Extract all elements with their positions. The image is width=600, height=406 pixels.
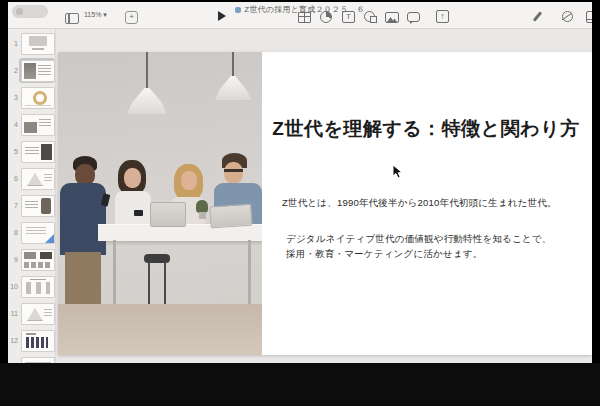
- stool-leg: [164, 262, 166, 307]
- slide-thumbnail-preview: [21, 330, 55, 352]
- document-icon: [235, 7, 241, 13]
- pendant-lamp: [127, 88, 167, 114]
- slide-thumbnail: 2: [8, 60, 55, 81]
- slide-thumbnail-preview: [21, 141, 55, 163]
- slide-thumbnail-preview: [21, 87, 55, 109]
- slide-thumbnail-preview: [21, 276, 55, 298]
- pendant-lamp: [215, 76, 251, 100]
- person-silhouette: [181, 171, 197, 190]
- glasses: [224, 169, 243, 172]
- slide-thumbnail-preview: [21, 303, 55, 325]
- lamp-cord: [232, 52, 234, 78]
- chart-icon: [320, 11, 332, 23]
- smartphone: [101, 193, 111, 206]
- share-icon: ↑: [436, 10, 449, 23]
- slide-thumbnail-preview: [21, 249, 55, 271]
- slide-thumbnail-preview: [21, 195, 55, 217]
- slide-thumbnail: 8: [8, 222, 55, 243]
- slide-thumbnail: 10: [8, 276, 55, 297]
- slide-thumbnail: 9: [8, 249, 55, 270]
- slide-thumbnail-preview: [21, 222, 55, 244]
- slide-thumbnail: 3: [8, 87, 55, 108]
- chevron-down-icon: ▾: [103, 11, 107, 18]
- slide-thumbnail: 4: [8, 114, 55, 135]
- keynote-toolbar: Z世代の採用と育成２０２５．６ 115% ▾ + T ↑: [8, 2, 592, 29]
- media-icon: [385, 12, 399, 23]
- table-icon: [298, 12, 311, 23]
- slide-thumbnail-preview: [21, 168, 55, 190]
- slide-thumbnail: 5: [8, 141, 55, 162]
- slide-number: 7: [8, 202, 18, 209]
- slide-number: 11: [8, 310, 18, 317]
- slide-number: 2: [8, 67, 18, 74]
- view-options-icon: [65, 13, 79, 24]
- slide-number: 12: [8, 337, 18, 344]
- slide-title: Z世代を理解する：特徴と関わり方: [262, 116, 590, 142]
- add-slide-icon: +: [125, 11, 138, 24]
- slide-number: 4: [8, 121, 18, 128]
- video-player: Z世代の採用と育成２０２５．６ 115% ▾ + T ↑ 1: [0, 0, 600, 406]
- text-tool-icon: T: [342, 11, 355, 23]
- slide-thumbnail: 1: [8, 33, 55, 54]
- slide-number: 8: [8, 229, 18, 236]
- person-silhouette: [115, 191, 151, 227]
- person-silhouette: [60, 183, 106, 255]
- lamp-cord: [146, 52, 148, 90]
- laptop: [209, 204, 252, 229]
- floor: [58, 304, 262, 355]
- slide-number: 5: [8, 148, 18, 155]
- slide-thumbnail-preview: [21, 33, 55, 55]
- slide-thumbnail: 12: [8, 330, 55, 351]
- slide-thumbnail: 7: [8, 195, 55, 216]
- shape-icon: [364, 11, 375, 22]
- smartphone: [134, 210, 143, 216]
- person-silhouette: [224, 162, 243, 184]
- laptop: [150, 202, 186, 227]
- document-setup-icon: [586, 11, 592, 23]
- mouse-cursor: [392, 164, 404, 180]
- player-controls-bar: 1:38:17 CC: [0, 363, 600, 406]
- slide-body-text: Z世代とは、1990年代後半から2010年代初頭に生まれた世代。: [282, 197, 557, 210]
- video-content-keynote[interactable]: Z世代の採用と育成２０２５．６ 115% ▾ + T ↑ 1: [8, 2, 592, 363]
- slide-thumbnail-preview: [21, 60, 55, 82]
- format-brush-icon: [532, 11, 543, 22]
- slide-number: 1: [8, 40, 18, 47]
- slide-photo: [58, 52, 262, 355]
- present-play-icon: [218, 11, 226, 21]
- slide-thumbnail: 11: [8, 303, 55, 324]
- comment-icon: [407, 12, 420, 22]
- slide-thumbnail: 6: [8, 168, 55, 189]
- animate-icon: [562, 11, 573, 22]
- zoom-level-dropdown: 115% ▾: [84, 11, 107, 19]
- current-slide: Z世代を理解する：特徴と関わり方 Z世代とは、1990年代後半から2010年代初…: [58, 52, 592, 355]
- slide-number: 3: [8, 94, 18, 101]
- slide-canvas: Z世代を理解する：特徴と関わり方 Z世代とは、1990年代後半から2010年代初…: [56, 29, 592, 363]
- slide-thumbnail-preview: [21, 114, 55, 136]
- person-silhouette: [124, 168, 141, 188]
- stool-leg: [148, 262, 150, 307]
- table-leg: [248, 240, 251, 308]
- slide-body-text: デジタルネイティブ世代の価値観や行動特性を知ることで、 採用・教育・マーケティン…: [286, 232, 551, 261]
- plant-pot: [199, 212, 206, 219]
- table-leg: [113, 240, 116, 308]
- slide-thumbnails: 1 2 3 4 5 6: [8, 29, 56, 363]
- slide-number: 6: [8, 175, 18, 182]
- slide-number: 10: [8, 283, 18, 290]
- slide-number: 9: [8, 256, 18, 263]
